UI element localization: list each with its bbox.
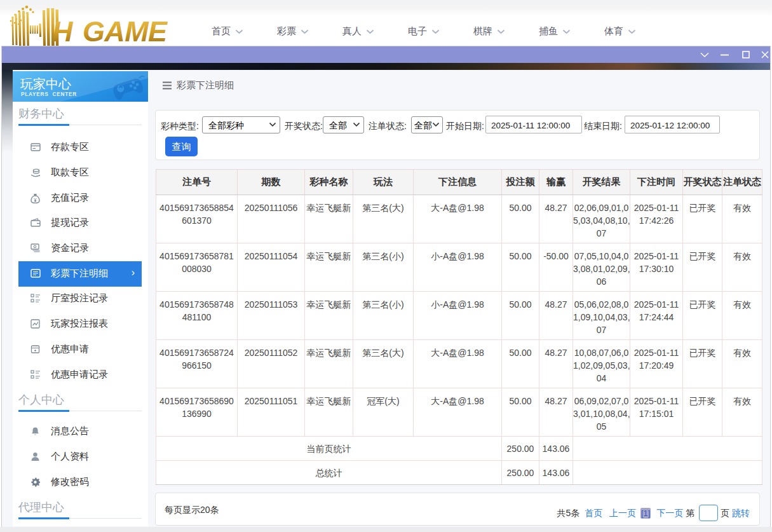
svg-text:GAME: GAME [83,15,168,48]
svg-text:H: H [52,15,74,48]
